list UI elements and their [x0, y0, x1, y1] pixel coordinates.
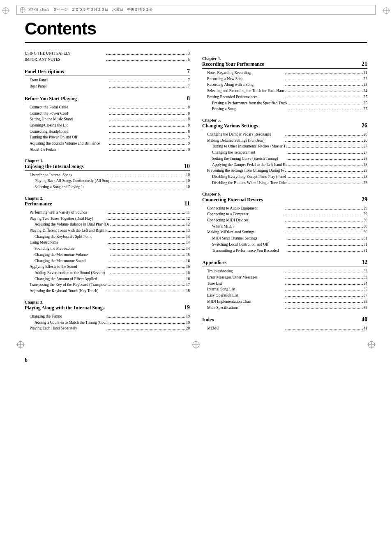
- list-item: Connect the Pedal Cable 8: [25, 104, 190, 111]
- list-item: Easy Operation List 37: [202, 292, 367, 299]
- toc-page: 30: [364, 229, 368, 235]
- chapter-title: Performance 11: [25, 200, 190, 208]
- toc-title: Internal Song List: [207, 286, 284, 292]
- toc-dots: [285, 171, 362, 172]
- chapter-label: Index: [202, 317, 214, 323]
- toc-title: Main Specifications: [207, 305, 284, 311]
- list-item: Internal Song List 35: [202, 286, 367, 292]
- toc-title: Switching Local Control on and Off: [212, 242, 287, 248]
- toc-page: 17: [186, 282, 190, 288]
- toc-dots: [285, 278, 362, 279]
- toc-page: 32: [364, 268, 368, 274]
- toc-page: 16: [186, 258, 190, 264]
- toc-dots: [109, 144, 187, 145]
- toc-page: 25: [364, 106, 368, 112]
- toc-page: 8: [188, 122, 190, 129]
- toc-title: Preventing the Settings from Changing Du…: [207, 168, 284, 174]
- toc-title: About the Pedals: [30, 147, 108, 153]
- toc-title: Playing Two Tones Together (Dual Play): [30, 216, 107, 222]
- toc-dots: [108, 292, 185, 292]
- list-item: Listening to Internal Songs 10: [25, 172, 190, 178]
- toc-title: Adjusting the Volume Balance in Dual Pla…: [35, 221, 109, 228]
- toc-dots: [285, 302, 362, 303]
- toc-title: Making MIDI-related Settings: [207, 229, 284, 235]
- toc-title: Turning the Power On and Off: [30, 134, 108, 140]
- toc-dots: [110, 262, 185, 262]
- chapter-num-label: Chapter 4.: [202, 56, 367, 61]
- toc-title: Rear Panel: [30, 83, 108, 90]
- toc-page: 16: [186, 276, 190, 282]
- chapter-label: Panel Descriptions: [25, 69, 64, 75]
- toc-page: 33: [364, 274, 368, 281]
- toc-page: 28: [364, 174, 368, 180]
- toc-page: 38: [364, 299, 368, 305]
- toc-dots: [110, 182, 185, 182]
- toc-dots: [288, 104, 362, 104]
- toc-dots: [108, 329, 185, 329]
- chapter-block-panel: Panel Descriptions 7 Front Panel 7 Rear …: [25, 68, 190, 89]
- toc-title: Changing the Keyboard's Split Point: [35, 234, 109, 240]
- toc-dots: [109, 120, 187, 120]
- list-item: Adjusting the Keyboard Touch (Key Touch)…: [25, 288, 190, 294]
- chapter-page: 19: [184, 304, 190, 311]
- toc-page: 10: [186, 184, 190, 190]
- chapter-block-1: Chapter 1. Enjoying the Internal Songs 1…: [25, 159, 190, 190]
- toc-dots: [106, 60, 187, 61]
- toc-title: Applying the Damper Pedal to the Left-ha…: [212, 162, 287, 168]
- toc-page: 8: [188, 111, 190, 117]
- toc-title: Playing Back All Songs Continuously (All…: [35, 178, 109, 184]
- toc-dots: [109, 138, 187, 138]
- toc-page: 19: [186, 320, 190, 326]
- toc-dots: [285, 80, 362, 80]
- toc-title: MIDI Implementation Chart: [207, 299, 284, 305]
- chapter-label: Connecting External Devices: [202, 197, 263, 203]
- chapter-label: Changing Various Settings: [202, 123, 258, 129]
- toc-dots: [108, 243, 185, 244]
- toc-dots: [285, 98, 362, 98]
- toc-dots: [109, 132, 187, 133]
- list-item: Adjusting the Sound's Volume and Brillia…: [25, 140, 190, 147]
- list-item: Using Metronome 14: [25, 240, 190, 246]
- toc-dots: [288, 239, 362, 240]
- chapter-page: 26: [362, 122, 367, 129]
- chapter-title: Recording Your Performance 21: [202, 61, 367, 69]
- toc-dots: [288, 147, 362, 147]
- toc-page: 14: [186, 240, 190, 246]
- toc-page: 28: [364, 168, 368, 174]
- toc-title: Using Metronome: [30, 240, 107, 246]
- toc-title: Connecting to a Computer: [207, 211, 284, 217]
- toc-title: Connecting Headphones: [30, 129, 108, 135]
- chapter-label: Recording Your Performance: [202, 61, 264, 67]
- toc-title: Applying Effects to the Sound: [30, 264, 107, 270]
- toc-dots: [285, 290, 362, 290]
- toc-title: Connecting to Audio Equipment: [207, 205, 284, 212]
- chapter-page: 11: [184, 200, 190, 207]
- toc-dots: [288, 177, 362, 178]
- toc-title: What's MIDI?: [212, 223, 287, 230]
- toc-title: Troubleshooting: [207, 268, 284, 274]
- chapter-title: Panel Descriptions 7: [25, 68, 190, 76]
- chapter-title: Appendices 32: [202, 259, 367, 267]
- toc-dots: [285, 296, 362, 297]
- list-item: Changing the Amount of Effect Applied 16: [25, 276, 190, 282]
- toc-title: Connecting MIDI Devices: [207, 217, 284, 223]
- toc-page: 23: [364, 82, 368, 88]
- toc-title: IMPORTANT NOTES: [25, 57, 106, 63]
- list-item: Connecting to Audio Equipment 29: [202, 205, 367, 212]
- page-number: 6: [25, 357, 367, 364]
- toc-title: Setting Up the Music Stand: [30, 116, 108, 122]
- list-item: About the Pedals 9: [25, 147, 190, 153]
- toc-page: 37: [364, 292, 368, 299]
- list-item: Transmitting a Performance You Recorded …: [202, 248, 367, 254]
- toc-dots: [110, 237, 185, 238]
- toc-page: 9: [188, 134, 190, 140]
- reg-mark-bm: [192, 341, 200, 349]
- toc-title: Adjusting the Sound's Volume and Brillia…: [30, 140, 108, 147]
- toc-title: Transposing the Key of the Keyboard (Tra…: [30, 282, 107, 288]
- toc-dots: [108, 231, 185, 232]
- chapter-title: Changing Various Settings 26: [202, 122, 367, 130]
- chapter-title: Index 40: [202, 316, 367, 324]
- chapter-block-4: Chapter 4. Recording Your Performance 21…: [202, 56, 367, 112]
- toc-page: 11: [186, 210, 190, 216]
- toc-page: 10: [186, 172, 190, 178]
